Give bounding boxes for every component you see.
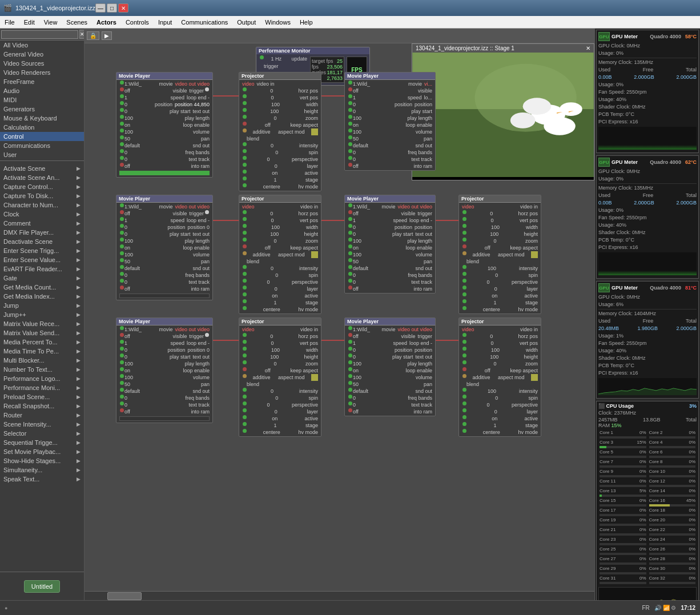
sidebar-item-gate[interactable]: Gate ▶ — [0, 274, 84, 283]
horizontal-scrollbar[interactable] — [85, 591, 594, 600]
sidebar-item-clock[interactable]: Clock ▶ — [0, 210, 84, 219]
cpu-meter: ⬛ CPU Usage 3% Clock: 2376MHz 2457MB13.8… — [596, 401, 699, 600]
sidebar-item-mediatimeto[interactable]: Media Time To Pe... ▶ — [0, 347, 84, 356]
sidebar-item-generators[interactable]: Generators — [0, 104, 84, 114]
proj2-title: Projector — [239, 195, 321, 203]
svg-point-4 — [523, 98, 552, 115]
projector-node-1: Projector videovideo in 0horz pos 0vert … — [239, 72, 321, 191]
sidebar-item-matrixvaluesend[interactable]: Matrix Value Send... ▶ — [0, 328, 84, 337]
sidebar-item-user[interactable]: User — [0, 150, 84, 159]
sidebar-item-allvideo[interactable]: All Video — [0, 41, 84, 50]
menu-help[interactable]: Help — [295, 16, 317, 28]
sidebar-item-communications[interactable]: Communications — [0, 141, 84, 150]
menu-input[interactable]: Input — [154, 16, 176, 28]
gpu1-title: GPU GPU Meter Quadro 4000 58°C — [598, 32, 697, 41]
sidebar-item-preloadscene[interactable]: Preload Scene... ▶ — [0, 392, 84, 401]
search-input[interactable] — [1, 30, 78, 39]
sidebar-item-router[interactable]: Router ▶ — [0, 411, 84, 420]
scene-tab-untitled[interactable]: Untitled — [24, 580, 60, 593]
sidebar-item-evartfilereader[interactable]: EvART File Reader... ▶ — [0, 264, 84, 274]
menu-controls[interactable]: Controls — [121, 16, 154, 28]
projector-node-3: Projector videovideo in 0horz pos 0vert … — [458, 195, 541, 314]
sidebar-item-seqtrigge[interactable]: Sequential Trigge... ▶ — [0, 438, 84, 447]
minimize-button[interactable]: — — [95, 3, 106, 13]
proj4-title: Projector — [239, 318, 321, 325]
sidebar-list: All Video General Video Video Sources Vi… — [0, 41, 84, 572]
perf-trigger-row: trigger — [258, 63, 309, 70]
stage-title-bar: 130424_1_videoprojector.izz :: Stage 1 ✕ — [412, 44, 594, 53]
sidebar-item-enterscenetrig[interactable]: Enter Scene Trigg... ▶ — [0, 246, 84, 255]
sidebar-item-jump[interactable]: Jump ▶ — [0, 301, 84, 310]
window-title: 130424_1_videoprojector.izz — [15, 5, 95, 11]
sidebar-item-sceneintensity[interactable]: Scene Intensity... ▶ — [0, 420, 84, 429]
menu-output[interactable]: Output — [232, 16, 260, 28]
gpu3-title: GPU GPU Meter Quadro 4000 81°C — [598, 283, 697, 292]
cpu-title: ⬛ CPU Usage 3% — [598, 403, 697, 409]
sidebar-item-setmovieplayback[interactable]: Set Movie Playbac... ▶ — [0, 447, 84, 456]
perf-hz-row: 1 Hz update — [258, 55, 309, 63]
sidebar-item-generalvideo[interactable]: General Video — [0, 50, 84, 59]
app-icon: 🎬 — [3, 4, 12, 12]
sidebar-item-speaktext[interactable]: Speak Text... ▶ — [0, 475, 84, 484]
sidebar-item-capturecontrol[interactable]: Capture Control... ▶ — [0, 182, 84, 191]
sidebar-item-perfmoni[interactable]: Performance Moni... ▶ — [0, 383, 84, 392]
sidebar-item-getmediaindex[interactable]: Get Media Index... ▶ — [0, 292, 84, 301]
statusbar: ● FR 🔊 📶 ⚙ 17:12 — [0, 600, 700, 615]
sidebar-item-audio[interactable]: Audio — [0, 86, 84, 95]
clear-search-button[interactable]: ✕ — [79, 30, 85, 39]
menu-file[interactable]: File — [0, 16, 19, 28]
sidebar-item-chartonum[interactable]: Character to Num... ▶ — [0, 200, 84, 210]
sidebar-item-mediapercent[interactable]: Media Percent To... ▶ — [0, 337, 84, 347]
sidebar-item-midi[interactable]: MIDI — [0, 95, 84, 104]
movie-player-node-6: Movie Player 1:Wild_movievideo out video… — [344, 317, 436, 416]
sidebar-item-freeframe[interactable]: FreeFrame — [0, 77, 84, 86]
stage-close-icon[interactable]: ✕ — [586, 45, 590, 51]
sidebar-item-mousekeyboard[interactable]: Mouse & Keyboard — [0, 114, 84, 123]
sidebar-item-deactivatescene[interactable]: Deactivate Scene ▶ — [0, 237, 84, 246]
sidebar-item-control[interactable]: Control — [0, 132, 84, 141]
mp6-title: Movie Player — [345, 318, 435, 325]
gpu2-icon: GPU — [598, 158, 610, 167]
canvas-content[interactable]: 130424_1_videoprojector.izz :: Stage 1 ✕ — [85, 43, 594, 591]
gpu-meter-1: GPU GPU Meter Quadro 4000 58°C GPU Clock… — [596, 30, 699, 153]
status-time: 17:12 — [681, 605, 695, 611]
sidebar-item-capturetodisk[interactable]: Capture To Disk... ▶ — [0, 191, 84, 200]
projector-node-2: Projector videovideo in 0horz pos 0vert … — [239, 195, 321, 314]
sidebar-item-selector[interactable]: Selector ▶ — [0, 429, 84, 438]
close-button[interactable]: ✕ — [118, 3, 128, 13]
sidebar-item-multiblocker[interactable]: Multi Blocker... ▶ — [0, 356, 84, 365]
toolbar-lock-button[interactable]: 🔒 — [87, 31, 99, 40]
svg-point-5 — [544, 117, 575, 135]
sidebar-item-simultaneity[interactable]: Simultaneity... ▶ — [0, 465, 84, 475]
stage-image-display — [412, 53, 594, 177]
sidebar-item-showhidestages[interactable]: Show-Hide Stages... ▶ — [0, 456, 84, 465]
sidebar-item-comment[interactable]: Comment ▶ — [0, 219, 84, 228]
status-locale: FR — [642, 605, 650, 611]
sidebar-item-enterscenevalue[interactable]: Enter Scene Value... ▶ — [0, 255, 84, 264]
menu-communications[interactable]: Communications — [176, 16, 232, 28]
sidebar-item-recallsnapshot[interactable]: Recall Snapshot... ▶ — [0, 401, 84, 411]
sidebar-item-matrixvaluerece[interactable]: Matrix Value Rece... ▶ — [0, 319, 84, 328]
menu-edit[interactable]: Edit — [19, 16, 39, 28]
sidebar-item-getmediacount[interactable]: Get Media Count... ▶ — [0, 283, 84, 292]
sidebar-item-videosources[interactable]: Video Sources — [0, 59, 84, 68]
sidebar-item-jumppp[interactable]: Jump++ ▶ — [0, 310, 84, 319]
sidebar-item-perflogo[interactable]: Performance Logo... ▶ — [0, 374, 84, 383]
sidebar-item-activatescene[interactable]: Activate Scene ▶ — [0, 164, 84, 173]
main-content: ✕ ▶ All Video General Video Video Source… — [0, 29, 700, 600]
window-controls: — □ ✕ — [95, 3, 128, 13]
menu-view[interactable]: View — [39, 16, 62, 28]
menu-scenes[interactable]: Scenes — [62, 16, 92, 28]
maximize-button[interactable]: □ — [107, 3, 117, 13]
menu-actors[interactable]: Actors — [92, 16, 121, 28]
sidebar-item-numbertotext[interactable]: Number To Text... ▶ — [0, 365, 84, 374]
sidebar-item-dmxfileplayer[interactable]: DMX File Player... ▶ — [0, 228, 84, 237]
titlebar: 🎬 130424_1_videoprojector.izz — □ ✕ — [0, 0, 700, 16]
sidebar-item-calculation[interactable]: Calculation — [0, 123, 84, 132]
gpu3-icon: GPU — [598, 283, 610, 292]
toolbar-play-button[interactable]: ▶ — [102, 31, 112, 40]
mp4-title: Movie Player — [345, 195, 435, 203]
menu-windows[interactable]: Windows — [260, 16, 295, 28]
sidebar-item-videorenderers[interactable]: Video Renderers — [0, 68, 84, 77]
sidebar-item-activatescenean[interactable]: Activate Scene An... ▶ — [0, 173, 84, 182]
